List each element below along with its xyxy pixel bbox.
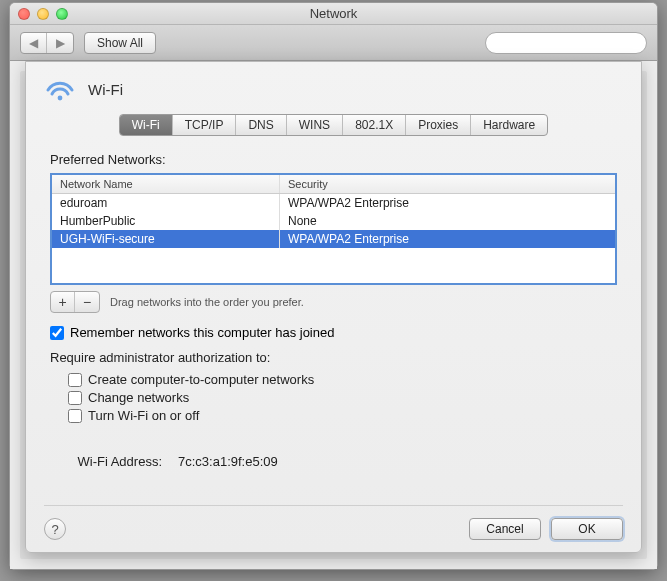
tab-dns[interactable]: DNS [236,115,286,135]
forward-button[interactable]: ▶ [47,33,73,53]
table-header: Network Name Security [52,175,615,194]
wifi-address-value: 7c:c3:a1:9f:e5:09 [178,454,278,469]
toolbar: ◀ ▶ Show All [10,25,657,61]
help-button[interactable]: ? [44,518,66,540]
wifi-advanced-sheet: Wi-Fi Wi-FiTCP/IPDNSWINS802.1XProxiesHar… [25,61,642,553]
table-body: eduroamWPA/WPA2 EnterpriseHumberPublicNo… [52,194,615,248]
svg-point-2 [58,96,63,101]
remember-networks-label: Remember networks this computer has join… [70,325,334,340]
network-security: WPA/WPA2 Enterprise [280,230,615,248]
titlebar: Network [10,3,657,25]
network-name: HumberPublic [52,212,280,230]
tab-wins[interactable]: WINS [287,115,343,135]
col-network-name[interactable]: Network Name [52,175,280,193]
preferred-networks-table[interactable]: Network Name Security eduroamWPA/WPA2 En… [50,173,617,285]
zoom-window-button[interactable] [56,8,68,20]
search-field[interactable] [485,32,647,54]
tab-tcp-ip[interactable]: TCP/IP [173,115,237,135]
ok-button[interactable]: OK [551,518,623,540]
network-name: eduroam [52,194,280,212]
network-row[interactable]: HumberPublicNone [52,212,615,230]
admin-option[interactable]: Turn Wi-Fi on or off [68,408,623,423]
wifi-address-row: Wi-Fi Address: 7c:c3:a1:9f:e5:09 [50,454,623,469]
minimize-window-button[interactable] [37,8,49,20]
col-security[interactable]: Security [280,175,615,193]
tab-wi-fi[interactable]: Wi-Fi [120,115,173,135]
remember-networks-checkbox[interactable]: Remember networks this computer has join… [50,325,623,340]
wifi-address-label: Wi-Fi Address: [50,454,162,469]
network-preferences-window: Network ◀ ▶ Show All Wi-Fi [9,2,658,570]
admin-option-input[interactable] [68,409,82,423]
remove-network-button[interactable]: − [75,292,99,312]
admin-auth-label: Require administrator authorization to: [50,350,623,365]
preferred-networks-label: Preferred Networks: [50,152,623,167]
tab-proxies[interactable]: Proxies [406,115,471,135]
window-title: Network [10,6,657,21]
content-area: Wi-Fi Wi-FiTCP/IPDNSWINS802.1XProxiesHar… [10,61,657,569]
nav-buttons: ◀ ▶ [20,32,74,54]
admin-option[interactable]: Create computer-to-computer networks [68,372,623,387]
back-button[interactable]: ◀ [21,33,47,53]
close-window-button[interactable] [18,8,30,20]
network-security: WPA/WPA2 Enterprise [280,194,615,212]
wifi-icon [44,76,76,102]
admin-option-label: Change networks [88,390,189,405]
remember-networks-input[interactable] [50,326,64,340]
admin-option-label: Turn Wi-Fi on or off [88,408,199,423]
admin-option[interactable]: Change networks [68,390,623,405]
network-row[interactable]: eduroamWPA/WPA2 Enterprise [52,194,615,212]
admin-option-input[interactable] [68,391,82,405]
table-controls: + − Drag networks into the order you pre… [50,291,617,313]
network-name: UGH-WiFi-secure [52,230,280,248]
tab-802-1x[interactable]: 802.1X [343,115,406,135]
add-network-button[interactable]: + [51,292,75,312]
admin-option-label: Create computer-to-computer networks [88,372,314,387]
sheet-footer: ? Cancel OK [44,505,623,540]
network-security: None [280,212,615,230]
traffic-lights [10,8,68,20]
search-input[interactable] [498,36,648,50]
admin-option-input[interactable] [68,373,82,387]
drag-hint: Drag networks into the order you prefer. [110,296,304,308]
network-row[interactable]: UGH-WiFi-secureWPA/WPA2 Enterprise [52,230,615,248]
tab-hardware[interactable]: Hardware [471,115,547,135]
tab-bar: Wi-FiTCP/IPDNSWINS802.1XProxiesHardware [119,114,548,136]
sheet-title: Wi-Fi [88,81,123,98]
sheet-header: Wi-Fi [44,76,623,102]
show-all-button[interactable]: Show All [84,32,156,54]
cancel-button[interactable]: Cancel [469,518,541,540]
add-remove-group: + − [50,291,100,313]
